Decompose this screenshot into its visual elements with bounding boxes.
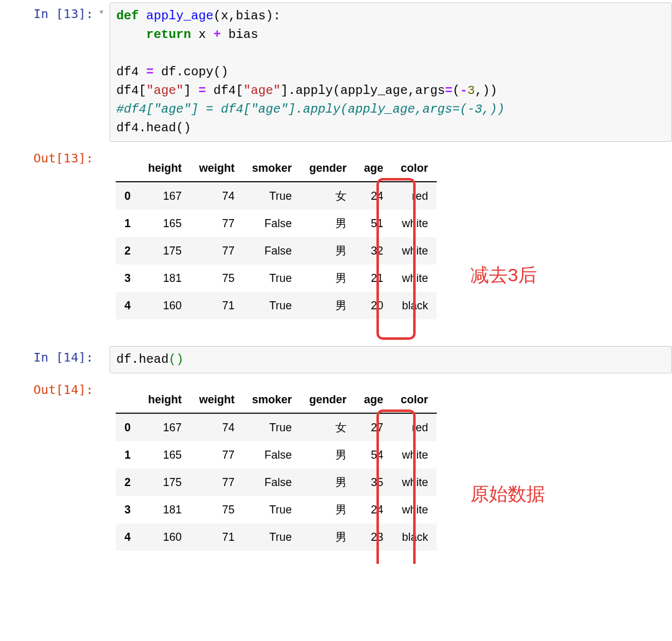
cell-weight: 75 bbox=[190, 496, 243, 523]
table-row: 217577False男32white bbox=[116, 237, 437, 264]
prompt-out-13: Out[13]: bbox=[0, 147, 100, 166]
col-gender: gender bbox=[301, 387, 355, 413]
row-index: 3 bbox=[116, 496, 139, 523]
cell-color: white bbox=[392, 210, 437, 237]
cell-gender: 男 bbox=[301, 210, 355, 237]
cell-age: 54 bbox=[355, 441, 392, 469]
cell-gender: 男 bbox=[301, 237, 355, 264]
prompt-in-14: In [14]: bbox=[0, 346, 100, 365]
col-smoker: smoker bbox=[243, 387, 301, 413]
keyword-def: def bbox=[116, 9, 139, 23]
output-area-14: height weight smoker gender age color 01… bbox=[110, 378, 672, 561]
cell-smoker: True bbox=[243, 182, 301, 210]
cell-gender: 男 bbox=[301, 469, 355, 496]
cell-gender: 男 bbox=[301, 523, 355, 551]
cell-weight: 77 bbox=[190, 210, 243, 237]
cell-gender: 男 bbox=[301, 441, 355, 469]
row-index: 1 bbox=[116, 210, 139, 237]
cell-height: 165 bbox=[139, 210, 190, 237]
table-row: 116577False男51white bbox=[116, 210, 437, 237]
cell-height: 175 bbox=[139, 469, 190, 496]
cell-gender: 男 bbox=[301, 496, 355, 523]
cell-height: 160 bbox=[139, 292, 190, 319]
code-input-13[interactable]: def apply_age(x,bias): return x + bias d… bbox=[110, 2, 672, 142]
col-weight: weight bbox=[190, 387, 243, 413]
cell-color: white bbox=[392, 237, 437, 264]
table-row: 116577False男54white bbox=[116, 441, 437, 469]
cell-color: white bbox=[392, 469, 437, 496]
row-index: 0 bbox=[116, 182, 139, 210]
collapse-toggle-icon[interactable]: ▾ bbox=[100, 2, 110, 16]
cell-color: white bbox=[392, 496, 437, 523]
table-row: 217577False男35white bbox=[116, 469, 437, 496]
cell-smoker: True bbox=[243, 523, 301, 551]
keyword-return: return bbox=[146, 27, 191, 42]
row-index: 4 bbox=[116, 523, 139, 551]
cell-age: 24 bbox=[355, 182, 392, 210]
cell-weight: 77 bbox=[190, 469, 243, 496]
cell-color: red bbox=[392, 182, 437, 210]
cell-gender: 男 bbox=[301, 292, 355, 319]
cell-age: 27 bbox=[355, 413, 392, 441]
col-height: height bbox=[139, 156, 190, 182]
cell-smoker: True bbox=[243, 264, 301, 292]
cell-age: 24 bbox=[355, 496, 392, 523]
cell-height: 181 bbox=[139, 496, 190, 523]
cell-age: 51 bbox=[355, 210, 392, 237]
cell-weight: 75 bbox=[190, 264, 243, 292]
cell-smoker: False bbox=[243, 210, 301, 237]
cell-smoker: True bbox=[243, 413, 301, 441]
code-comment: #df4["age"] = df4["age"].apply(apply_age… bbox=[116, 102, 505, 116]
cell-smoker: True bbox=[243, 496, 301, 523]
cell-age: 20 bbox=[355, 292, 392, 319]
row-index: 4 bbox=[116, 292, 139, 319]
cell-smoker: False bbox=[243, 237, 301, 264]
cell-weight: 74 bbox=[190, 413, 243, 441]
col-height: height bbox=[139, 387, 190, 413]
cell-in-13: In [13]: ▾ def apply_age(x,bias): return… bbox=[0, 0, 672, 144]
cell-weight: 77 bbox=[190, 237, 243, 264]
col-age: age bbox=[355, 156, 392, 182]
cell-gender: 女 bbox=[301, 182, 355, 210]
row-index: 2 bbox=[116, 237, 139, 264]
cell-smoker: True bbox=[243, 292, 301, 319]
cell-age: 32 bbox=[355, 237, 392, 264]
col-smoker: smoker bbox=[243, 156, 301, 182]
cell-smoker: False bbox=[243, 441, 301, 469]
annotation-original: 原始数据 bbox=[470, 482, 545, 507]
cell-weight: 77 bbox=[190, 441, 243, 469]
cell-weight: 71 bbox=[190, 292, 243, 319]
col-weight: weight bbox=[190, 156, 243, 182]
cell-out-13: Out[13]: height weight smoker gender age… bbox=[0, 144, 672, 332]
cell-in-14: In [14]: df.head() bbox=[0, 344, 672, 376]
annotation-minus3: 减去3后 bbox=[470, 263, 537, 288]
row-index: 0 bbox=[116, 413, 139, 441]
code-input-14[interactable]: df.head() bbox=[110, 346, 672, 373]
cell-weight: 71 bbox=[190, 523, 243, 551]
cell-smoker: False bbox=[243, 469, 301, 496]
table-header-row: height weight smoker gender age color bbox=[116, 387, 437, 413]
cell-height: 175 bbox=[139, 237, 190, 264]
cell-age: 21 bbox=[355, 264, 392, 292]
cell-height: 167 bbox=[139, 182, 190, 210]
cell-color: white bbox=[392, 264, 437, 292]
prompt-in-13: In [13]: bbox=[0, 2, 100, 21]
cell-age: 35 bbox=[355, 469, 392, 496]
cell-height: 165 bbox=[139, 441, 190, 469]
cell-color: red bbox=[392, 413, 437, 441]
dataframe-table-14: height weight smoker gender age color 01… bbox=[116, 387, 437, 551]
table-header-row: height weight smoker gender age color bbox=[116, 156, 437, 182]
output-area-13: height weight smoker gender age color 01… bbox=[110, 147, 672, 330]
cell-color: black bbox=[392, 292, 437, 319]
cell-out-14: Out[14]: height weight smoker gender age… bbox=[0, 376, 672, 564]
table-row: 416071True男20black bbox=[116, 292, 437, 319]
cell-height: 167 bbox=[139, 413, 190, 441]
row-index: 1 bbox=[116, 441, 139, 469]
dataframe-table-13: height weight smoker gender age color 01… bbox=[116, 156, 437, 319]
col-index bbox=[116, 156, 139, 182]
prompt-out-14: Out[14]: bbox=[0, 378, 100, 397]
table-row: 016774True女27red bbox=[116, 413, 437, 441]
table-row: 318175True男24white bbox=[116, 496, 437, 523]
table-row: 416071True男23black bbox=[116, 523, 437, 551]
cell-height: 160 bbox=[139, 523, 190, 551]
